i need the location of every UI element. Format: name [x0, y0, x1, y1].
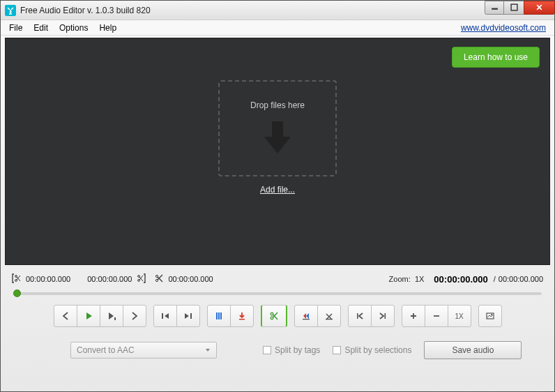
go-start-button[interactable] — [348, 305, 372, 327]
app-window: Free Audio Editor v. 1.0.3 build 820 Fil… — [0, 0, 555, 392]
website-link[interactable]: www.dvdvideosoft.com — [461, 23, 552, 33]
snapshot-button[interactable] — [478, 305, 502, 327]
info-bar: 00:00:00.000 00:00:00.000 00:00:00.000 Z… — [1, 267, 554, 287]
waveform-stage[interactable]: Learn how to use Drop files here Add fil… — [5, 38, 550, 265]
svg-rect-10 — [190, 313, 192, 319]
window-title: Free Audio Editor v. 1.0.3 build 820 — [20, 6, 485, 15]
svg-rect-17 — [303, 319, 310, 319]
svg-rect-20 — [384, 313, 386, 319]
checkbox-box — [333, 346, 341, 354]
skip-start-button[interactable] — [153, 305, 177, 327]
marker-remove-button[interactable] — [230, 305, 254, 327]
minimize-button[interactable] — [485, 1, 504, 15]
play-selection-button[interactable] — [100, 305, 123, 327]
current-time: 00:00:00.000 — [434, 274, 487, 285]
region-in-button[interactable] — [294, 305, 318, 327]
region-delete-button[interactable] — [317, 305, 341, 327]
format-value: Convert to AAC — [77, 345, 135, 355]
svg-rect-12 — [218, 312, 220, 319]
svg-point-2 — [15, 275, 17, 277]
svg-rect-1 — [511, 4, 517, 10]
svg-rect-0 — [492, 8, 498, 10]
menu-help[interactable]: Help — [93, 22, 122, 34]
next-frame-button[interactable] — [123, 305, 146, 327]
marker-add-button[interactable] — [207, 305, 231, 327]
add-file-link[interactable]: Add file... — [260, 185, 295, 195]
zoom-label: Zoom: 1X — [389, 275, 425, 283]
selection-time: 00:00:00.000 — [168, 275, 213, 283]
svg-point-4 — [138, 275, 140, 277]
titlebar[interactable]: Free Audio Editor v. 1.0.3 build 820 — [1, 1, 554, 20]
arrow-down-icon — [261, 120, 294, 157]
svg-rect-18 — [326, 319, 333, 319]
time-separator: / — [494, 275, 496, 283]
bottom-bar: Convert to AAC Split by tags Split by se… — [1, 334, 554, 370]
drop-text: Drop files here — [250, 100, 305, 110]
split-tags-label: Split by tags — [275, 345, 320, 355]
svg-rect-13 — [220, 312, 222, 319]
svg-rect-14 — [239, 319, 245, 320]
maximize-button[interactable] — [503, 1, 524, 15]
split-sel-label: Split by selections — [344, 345, 411, 355]
split-by-selections-checkbox[interactable]: Split by selections — [333, 345, 411, 355]
close-button[interactable] — [524, 1, 555, 15]
go-end-button[interactable] — [371, 305, 395, 327]
menu-options[interactable]: Options — [54, 22, 93, 34]
scissors-bracket-left-icon — [12, 273, 22, 285]
svg-rect-19 — [357, 313, 358, 319]
chevron-down-icon — [205, 345, 211, 355]
learn-how-button[interactable]: Learn how to use — [452, 47, 540, 68]
menubar: File Edit Options Help www.dvdvideosoft.… — [1, 20, 554, 36]
svg-point-5 — [138, 279, 140, 281]
svg-point-3 — [15, 279, 17, 281]
scissors-bracket-right-icon — [136, 273, 146, 285]
prev-frame-button[interactable] — [54, 305, 77, 327]
zoom-in-button[interactable] — [402, 305, 425, 327]
seek-slider-wrap — [1, 287, 554, 302]
format-combobox[interactable]: Convert to AAC — [70, 342, 217, 359]
scissors-icon — [154, 273, 164, 285]
seek-slider[interactable] — [13, 292, 542, 295]
position-time: 00:00:00.000 — [87, 275, 132, 283]
total-time: 00:00:00.000 — [499, 275, 543, 283]
svg-rect-9 — [162, 313, 163, 319]
app-icon — [5, 5, 16, 16]
skip-end-button[interactable] — [176, 305, 200, 327]
cut-start-time: 00:00:00.000 — [26, 275, 70, 283]
svg-rect-8 — [114, 317, 116, 320]
menu-file[interactable]: File — [3, 22, 28, 34]
split-by-tags-checkbox[interactable]: Split by tags — [263, 345, 320, 355]
play-button[interactable] — [77, 305, 100, 327]
svg-rect-11 — [216, 312, 218, 319]
cut-button[interactable] — [261, 305, 287, 327]
save-audio-button[interactable]: Save audio — [424, 341, 522, 359]
checkbox-box — [263, 346, 271, 354]
zoom-reset-button[interactable]: 1X — [448, 305, 471, 327]
svg-point-22 — [491, 314, 492, 315]
zoom-out-button[interactable] — [425, 305, 448, 327]
playback-toolbar: 1X — [1, 302, 554, 334]
menu-edit[interactable]: Edit — [28, 22, 54, 34]
seek-knob[interactable] — [13, 289, 21, 297]
window-controls — [485, 1, 554, 15]
drop-zone[interactable]: Drop files here — [218, 80, 337, 176]
